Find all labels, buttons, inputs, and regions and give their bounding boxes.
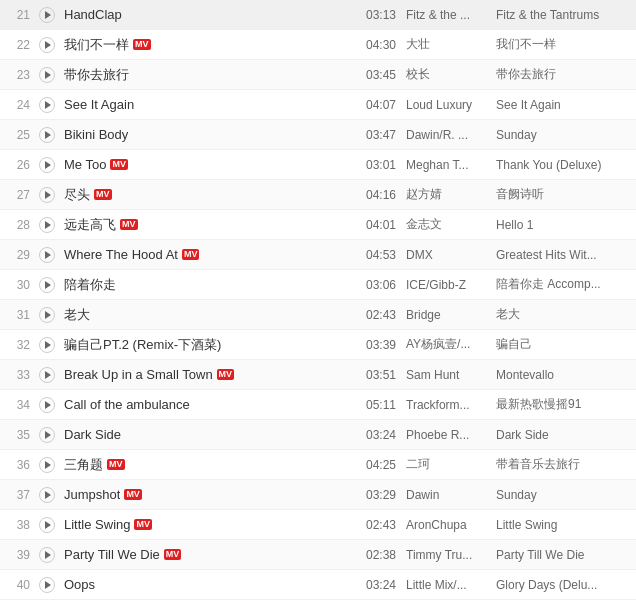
track-duration: 04:07 (360, 98, 402, 112)
track-title[interactable]: Oops (64, 577, 95, 592)
play-button[interactable] (39, 337, 55, 353)
play-button[interactable] (39, 7, 55, 23)
play-button[interactable] (39, 97, 55, 113)
play-button[interactable] (39, 247, 55, 263)
track-album[interactable]: Little Swing (492, 518, 632, 532)
track-artist[interactable]: AronChupa (402, 518, 492, 532)
play-button[interactable] (39, 217, 55, 233)
mv-badge[interactable]: MV (164, 549, 182, 560)
track-title[interactable]: 骗自己PT.2 (Remix-下酒菜) (64, 336, 221, 354)
track-title[interactable]: 三角题 (64, 456, 103, 474)
track-artist[interactable]: 大壮 (402, 36, 492, 53)
track-title[interactable]: Little Swing (64, 517, 130, 532)
play-button[interactable] (39, 577, 55, 593)
play-button[interactable] (39, 157, 55, 173)
track-title[interactable]: Bikini Body (64, 127, 128, 142)
track-artist[interactable]: Timmy Tru... (402, 548, 492, 562)
track-artist[interactable]: Bridge (402, 308, 492, 322)
track-album[interactable]: 我们不一样 (492, 36, 632, 53)
track-album[interactable]: Dark Side (492, 428, 632, 442)
track-title[interactable]: 远走高飞 (64, 216, 116, 234)
track-album[interactable]: Hello 1 (492, 218, 632, 232)
play-button[interactable] (39, 37, 55, 53)
track-title[interactable]: Dark Side (64, 427, 121, 442)
track-artist[interactable]: DMX (402, 248, 492, 262)
track-title[interactable]: Me Too (64, 157, 106, 172)
track-album[interactable]: Party Till We Die (492, 548, 632, 562)
track-artist[interactable]: Fitz & the ... (402, 8, 492, 22)
track-artist[interactable]: 金志文 (402, 216, 492, 233)
track-title-col: 我们不一样MV (58, 36, 360, 54)
track-title[interactable]: Break Up in a Small Town (64, 367, 213, 382)
play-button[interactable] (39, 367, 55, 383)
play-button[interactable] (39, 307, 55, 323)
track-duration: 03:13 (360, 8, 402, 22)
mv-badge[interactable]: MV (124, 489, 142, 500)
track-artist[interactable]: Loud Luxury (402, 98, 492, 112)
table-row: 21HandClap03:13Fitz & the ...Fitz & the … (0, 0, 636, 30)
track-album[interactable]: 陪着你走 Accomp... (492, 276, 632, 293)
track-title[interactable]: Jumpshot (64, 487, 120, 502)
track-title[interactable]: 带你去旅行 (64, 66, 129, 84)
track-artist[interactable]: Little Mix/... (402, 578, 492, 592)
play-button[interactable] (39, 517, 55, 533)
track-album[interactable]: Glory Days (Delu... (492, 578, 632, 592)
track-title-col: Call of the ambulance (58, 397, 360, 412)
mv-badge[interactable]: MV (217, 369, 235, 380)
table-row: 34Call of the ambulance05:11Trackform...… (0, 390, 636, 420)
track-album[interactable]: Montevallo (492, 368, 632, 382)
track-album[interactable]: 最新热歌慢摇91 (492, 396, 632, 413)
track-album[interactable]: 老大 (492, 306, 632, 323)
track-album[interactable]: 带你去旅行 (492, 66, 632, 83)
mv-badge[interactable]: MV (134, 519, 152, 530)
track-artist[interactable]: Dawin/R. ... (402, 128, 492, 142)
track-artist[interactable]: Sam Hunt (402, 368, 492, 382)
track-title[interactable]: 我们不一样 (64, 36, 129, 54)
track-title[interactable]: Where The Hood At (64, 247, 178, 262)
play-button[interactable] (39, 427, 55, 443)
track-album[interactable]: Fitz & the Tantrums (492, 8, 632, 22)
track-title[interactable]: Party Till We Die (64, 547, 160, 562)
track-album[interactable]: Sunday (492, 128, 632, 142)
play-button[interactable] (39, 277, 55, 293)
track-artist[interactable]: ICE/Gibb-Z (402, 278, 492, 292)
track-artist[interactable]: Phoebe R... (402, 428, 492, 442)
mv-badge[interactable]: MV (107, 459, 125, 470)
track-album[interactable]: 音阙诗听 (492, 186, 632, 203)
mv-badge[interactable]: MV (182, 249, 200, 260)
track-artist[interactable]: 二珂 (402, 456, 492, 473)
mv-badge[interactable]: MV (120, 219, 138, 230)
play-button[interactable] (39, 187, 55, 203)
play-button[interactable] (39, 457, 55, 473)
mv-badge[interactable]: MV (110, 159, 128, 170)
track-album[interactable]: Thank You (Deluxe) (492, 158, 632, 172)
track-artist[interactable]: AY杨疯壹/... (402, 336, 492, 353)
track-album[interactable]: Sunday (492, 488, 632, 502)
track-title[interactable]: 陪着你走 (64, 276, 116, 294)
mv-badge[interactable]: MV (133, 39, 151, 50)
play-button[interactable] (39, 127, 55, 143)
track-list: 21HandClap03:13Fitz & the ...Fitz & the … (0, 0, 636, 600)
track-album[interactable]: 带着音乐去旅行 (492, 456, 632, 473)
track-album[interactable]: Greatest Hits Wit... (492, 248, 632, 262)
mv-badge[interactable]: MV (94, 189, 112, 200)
play-button[interactable] (39, 547, 55, 563)
track-artist[interactable]: 校长 (402, 66, 492, 83)
track-number: 27 (4, 188, 36, 202)
track-title[interactable]: 老大 (64, 306, 90, 324)
track-album[interactable]: See It Again (492, 98, 632, 112)
track-artist[interactable]: Dawin (402, 488, 492, 502)
track-title[interactable]: 尽头 (64, 186, 90, 204)
play-button[interactable] (39, 67, 55, 83)
play-button[interactable] (39, 397, 55, 413)
track-artist[interactable]: Trackform... (402, 398, 492, 412)
track-artist[interactable]: Meghan T... (402, 158, 492, 172)
track-artist[interactable]: 赵方婧 (402, 186, 492, 203)
play-button[interactable] (39, 487, 55, 503)
track-title[interactable]: See It Again (64, 97, 134, 112)
track-title[interactable]: HandClap (64, 7, 122, 22)
track-title-col: HandClap (58, 7, 360, 22)
track-duration: 03:51 (360, 368, 402, 382)
track-album[interactable]: 骗自己 (492, 336, 632, 353)
track-title[interactable]: Call of the ambulance (64, 397, 190, 412)
